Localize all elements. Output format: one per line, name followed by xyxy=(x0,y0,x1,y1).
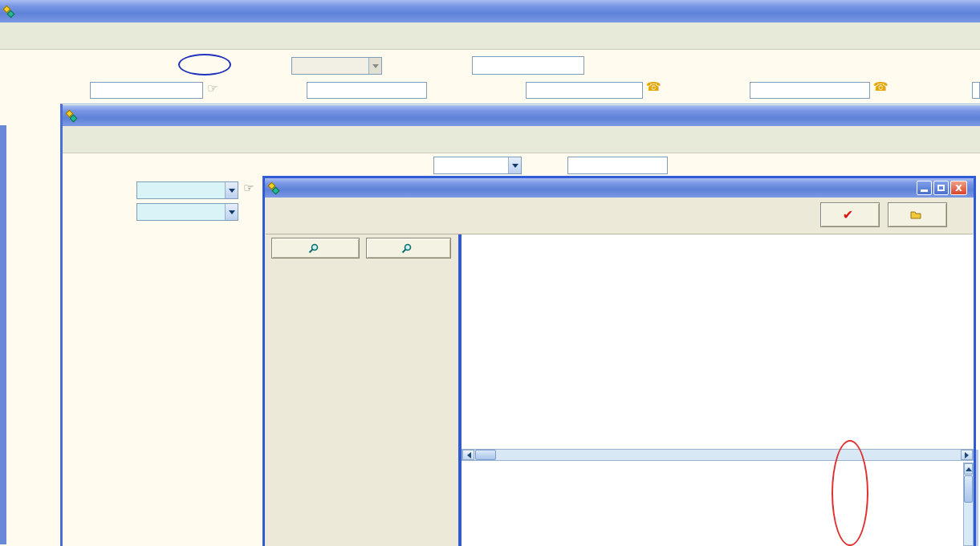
dropdown-arrow-icon[interactable] xyxy=(225,182,238,198)
contact-input[interactable] xyxy=(307,82,427,99)
si-doc-no-input[interactable] xyxy=(567,157,668,174)
maximize-icon xyxy=(937,185,945,191)
po-doc-date-combo[interactable] xyxy=(291,57,382,75)
detail-vscrollbar[interactable] xyxy=(963,462,974,546)
po-doc-no-input[interactable] xyxy=(472,56,584,75)
stock-in-toolbar xyxy=(63,126,980,153)
app-icon xyxy=(269,182,281,194)
app-icon xyxy=(67,110,79,122)
status-ellipse-annotation xyxy=(178,54,231,75)
purchase-order-toolbar xyxy=(0,22,980,50)
folder-icon xyxy=(910,210,921,219)
phone-icon: ☎ xyxy=(646,81,661,92)
scroll-left-button[interactable] xyxy=(462,450,474,460)
search-documents-button[interactable] xyxy=(271,238,360,259)
po-left-border xyxy=(0,125,6,544)
check-icon: ✔ xyxy=(843,210,853,221)
scroll-thumb[interactable] xyxy=(964,475,973,503)
close-button[interactable]: X xyxy=(950,181,967,195)
app-icon xyxy=(4,6,16,18)
search-details-button[interactable] xyxy=(366,238,451,259)
minimize-button[interactable] xyxy=(917,181,932,195)
dropdown-arrow-icon[interactable] xyxy=(225,204,238,220)
note-hscrollbar[interactable] xyxy=(462,449,974,461)
screen: ☞ ☎ ☎ ☞ xyxy=(0,0,980,546)
minimize-icon xyxy=(921,189,928,192)
supplier-input[interactable] xyxy=(90,82,203,99)
hand-pointer-icon[interactable]: ☞ xyxy=(243,183,254,194)
scroll-right-button[interactable] xyxy=(961,450,973,460)
cancel-button[interactable] xyxy=(888,202,947,227)
hand-pointer-icon[interactable]: ☞ xyxy=(207,84,218,94)
stock-in-titlebar[interactable] xyxy=(63,105,980,126)
magnifier-icon xyxy=(401,243,413,254)
dropdown-arrow-icon[interactable] xyxy=(508,157,521,173)
note-text xyxy=(464,294,973,443)
fax-input[interactable] xyxy=(750,82,870,99)
dropdown-arrow-icon[interactable] xyxy=(368,58,381,74)
warehouse-combo[interactable] xyxy=(136,181,238,199)
fax-phone-icon: ☎ xyxy=(873,81,889,92)
scroll-thumb[interactable] xyxy=(475,450,496,460)
settlement-combo[interactable] xyxy=(136,203,238,221)
phone-input[interactable] xyxy=(526,82,643,99)
ok-button[interactable]: ✔ xyxy=(820,202,880,227)
dialog-filter-panel xyxy=(266,234,458,546)
close-icon: X xyxy=(955,183,962,194)
address-input[interactable] xyxy=(972,82,980,99)
purchase-order-titlebar[interactable] xyxy=(0,0,980,22)
scroll-up-button[interactable] xyxy=(964,463,973,475)
si-doc-date-combo[interactable] xyxy=(433,157,522,174)
dialog-titlebar[interactable] xyxy=(265,178,974,198)
magnifier-icon xyxy=(308,243,319,254)
maximize-button[interactable] xyxy=(933,181,949,195)
